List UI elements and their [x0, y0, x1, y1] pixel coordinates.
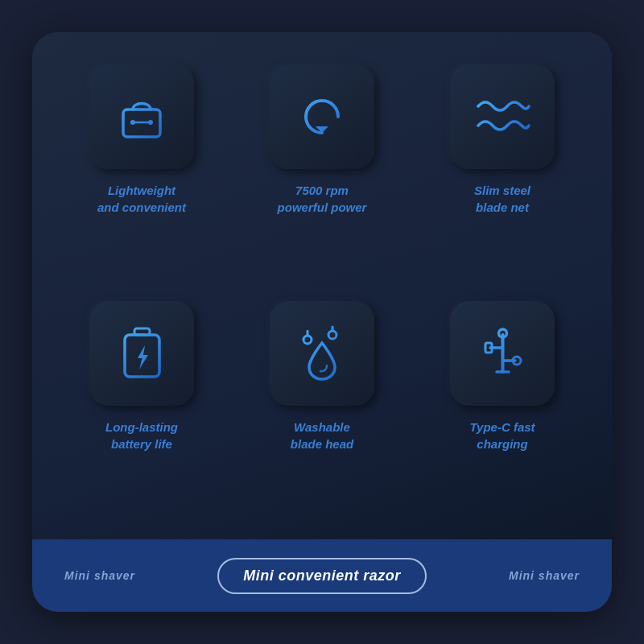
feature-washable: Washableblade head [245, 301, 399, 515]
icon-box-battery [89, 301, 194, 406]
bottom-center-pill: Mini convenient razor [217, 558, 427, 594]
svg-point-14 [513, 357, 521, 365]
feature-charging: Type-C fastcharging [425, 301, 580, 515]
icon-box-rpm [270, 64, 374, 169]
blade-label: Slim steelblade net [474, 182, 530, 216]
bottom-bar: Mini shaver Mini convenient razor Mini s… [32, 539, 612, 612]
feature-blade: Slim steelblade net [425, 64, 580, 279]
bottom-center-text: Mini convenient razor [243, 568, 401, 584]
feature-battery: Long-lastingbattery life [64, 301, 219, 515]
icon-box-washable [270, 301, 374, 406]
icon-box-charging [450, 301, 555, 406]
feature-lightweight: Lightweightand convenient [64, 64, 219, 279]
bottom-left-text: Mini shaver [64, 569, 135, 582]
water-icon [296, 325, 349, 382]
svg-rect-12 [485, 343, 492, 353]
feature-rpm: 7500 rpmpowerful power [245, 64, 399, 279]
lightweight-label: Lightweightand convenient [97, 182, 186, 216]
icon-box-lightweight [89, 64, 194, 169]
usb-icon [481, 325, 525, 382]
features-grid: Lightweightand convenient [64, 64, 580, 539]
bag-icon [114, 89, 170, 145]
icon-box-blade [450, 64, 555, 169]
battery-icon [120, 325, 164, 382]
main-card: Lightweightand convenient [32, 32, 612, 612]
battery-label: Long-lastingbattery life [105, 419, 178, 452]
bottom-right-text: Mini shaver [509, 569, 580, 582]
charging-label: Type-C fastcharging [469, 419, 535, 452]
washable-label: Washableblade head [291, 419, 353, 452]
rpm-label: 7500 rpmpowerful power [278, 182, 367, 216]
refresh-icon [294, 89, 350, 145]
wave-icon [474, 95, 530, 139]
